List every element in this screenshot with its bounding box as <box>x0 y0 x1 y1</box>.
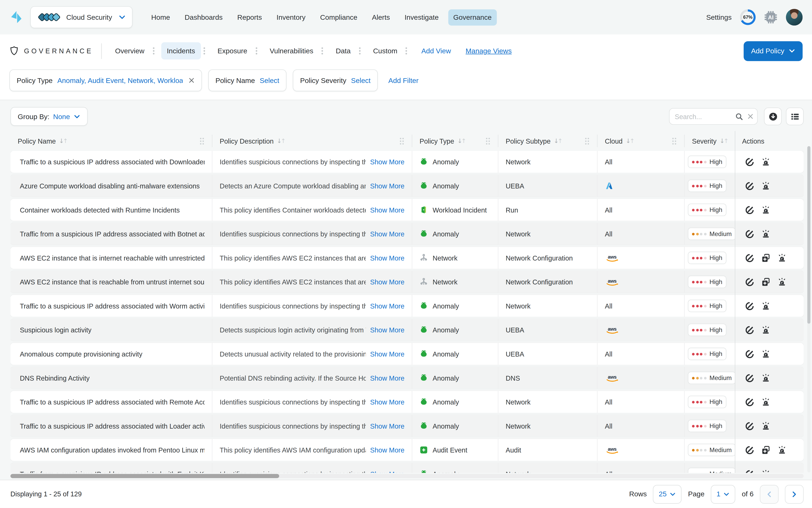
tab-menu-icon[interactable] <box>321 47 324 55</box>
show-more-link[interactable]: Show More <box>370 422 404 430</box>
show-more-link[interactable]: Show More <box>370 158 404 166</box>
tab-overview[interactable]: Overview <box>109 42 150 59</box>
download-button[interactable] <box>764 108 782 125</box>
policy-name-cell[interactable]: AWS EC2 instance that is internet reacha… <box>10 247 213 269</box>
clear-search-icon[interactable] <box>747 113 754 120</box>
show-more-link[interactable]: Show More <box>370 254 404 262</box>
disable-alarm-icon[interactable] <box>778 253 786 262</box>
edit-icon[interactable] <box>745 374 754 382</box>
tab-menu-icon[interactable] <box>152 47 155 55</box>
edit-icon[interactable] <box>745 181 754 190</box>
tab-menu-icon[interactable] <box>203 47 206 55</box>
show-more-link[interactable]: Show More <box>370 182 404 190</box>
nav-alerts[interactable]: Alerts <box>367 9 395 25</box>
policy-name-cell[interactable]: AWS EC2 instance that is reachable from … <box>10 271 213 293</box>
edit-icon[interactable] <box>745 301 754 310</box>
disable-alarm-icon[interactable] <box>761 349 770 358</box>
table-row[interactable]: Traffic to a suspicious IP address assoc… <box>10 391 804 413</box>
add-filter-link[interactable]: Add Filter <box>389 77 419 84</box>
edit-icon[interactable] <box>745 229 754 238</box>
table-row[interactable]: DNS Rebinding Activity Potential DNS reb… <box>10 367 804 389</box>
header-cloud[interactable]: Cloud ↓↑ <box>597 135 685 147</box>
avatar[interactable] <box>786 9 803 26</box>
tab-data[interactable]: Data <box>330 42 356 59</box>
drag-handle-icon[interactable] <box>585 137 590 145</box>
policy-name-cell[interactable]: DNS Rebinding Activity <box>10 367 213 389</box>
drag-handle-icon[interactable] <box>672 137 677 145</box>
policy-name-cell[interactable]: Traffic from a suspicious IP address ass… <box>10 223 213 245</box>
policy-name-cell[interactable]: Suspicious login activity <box>10 319 213 341</box>
filter-value[interactable]: Select <box>260 77 279 84</box>
policy-name-cell[interactable]: Container workloads detected with Runtim… <box>10 199 213 221</box>
edit-icon[interactable] <box>745 469 754 473</box>
clone-icon[interactable] <box>761 278 770 286</box>
filter-value[interactable]: Anomaly, Audit Event, Network, Workload … <box>57 77 182 84</box>
edit-icon[interactable] <box>745 253 754 262</box>
progress-ring[interactable]: 67% <box>740 9 756 25</box>
edit-icon[interactable] <box>745 446 754 455</box>
page-select[interactable]: 1 <box>711 485 735 503</box>
table-row[interactable]: Container workloads detected with Runtim… <box>10 199 804 221</box>
drag-handle-icon[interactable] <box>399 137 404 145</box>
edit-icon[interactable] <box>745 326 754 334</box>
previous-page-button[interactable] <box>760 485 779 503</box>
nav-compliance[interactable]: Compliance <box>315 9 363 25</box>
policy-name-cell[interactable]: Traffic to a suspicious IP address assoc… <box>10 415 213 437</box>
remove-filter-icon[interactable] <box>188 77 194 84</box>
add-view-link[interactable]: Add View <box>421 47 451 55</box>
manage-views-link[interactable]: Manage Views <box>466 47 512 55</box>
table-row[interactable]: Suspicious login activity Detects suspic… <box>10 319 804 341</box>
clone-icon[interactable] <box>761 446 770 455</box>
header-policy-subtype[interactable]: Policy Subtype ↓↑ <box>498 135 597 147</box>
vertical-scrollbar[interactable] <box>807 146 810 472</box>
tab-vulnerabilities[interactable]: Vulnerabilities <box>264 42 319 59</box>
search-icon[interactable] <box>735 113 743 121</box>
table-row[interactable]: Traffic to a suspicious IP address assoc… <box>10 151 804 173</box>
filter-value[interactable]: Select <box>351 77 371 84</box>
disable-alarm-icon[interactable] <box>761 158 770 166</box>
show-more-link[interactable]: Show More <box>370 398 404 406</box>
edit-icon[interactable] <box>745 422 754 430</box>
policy-name-cell[interactable]: Traffic to a suspicious IP address assoc… <box>10 151 213 173</box>
sort-icon[interactable]: ↓↑ <box>720 137 727 144</box>
show-more-link[interactable]: Show More <box>370 374 404 382</box>
sort-icon[interactable]: ↓↑ <box>554 137 561 144</box>
disable-alarm-icon[interactable] <box>761 181 770 190</box>
policy-name-cell[interactable]: Traffic from a suspicious IP address ass… <box>10 463 213 473</box>
table-row[interactable]: AWS IAM configuration updates invoked fr… <box>10 439 804 461</box>
edit-icon[interactable] <box>745 205 754 214</box>
edit-icon[interactable] <box>745 278 754 286</box>
show-more-link[interactable]: Show More <box>370 278 404 286</box>
disable-alarm-icon[interactable] <box>761 301 770 310</box>
sort-icon[interactable]: ↓↑ <box>626 137 634 144</box>
header-policy-type[interactable]: Policy Type ↓↑ <box>412 135 498 147</box>
edit-icon[interactable] <box>745 349 754 358</box>
column-settings-button[interactable] <box>786 108 804 125</box>
filter-chip-policy-type[interactable]: Policy TypeAnomaly, Audit Event, Network… <box>9 69 202 91</box>
header-severity[interactable]: Severity ↓↑ <box>685 135 735 147</box>
sort-icon[interactable]: ↓↑ <box>59 137 67 144</box>
policy-name-cell[interactable]: Anomalous compute provisioning activity <box>10 343 213 365</box>
nav-home[interactable]: Home <box>146 9 175 25</box>
next-page-button[interactable] <box>785 485 804 503</box>
table-row[interactable]: AWS EC2 instance that is internet reacha… <box>10 247 804 269</box>
tab-menu-icon[interactable] <box>405 47 408 55</box>
show-more-link[interactable]: Show More <box>370 350 404 358</box>
nav-governance[interactable]: Governance <box>448 9 497 25</box>
vertical-scrollbar-thumb[interactable] <box>807 146 810 324</box>
disable-alarm-icon[interactable] <box>761 205 770 214</box>
disable-alarm-icon[interactable] <box>761 374 770 382</box>
tab-custom[interactable]: Custom <box>367 42 403 59</box>
table-row[interactable]: Azure Compute workload disabling anti-ma… <box>10 175 804 197</box>
add-policy-button[interactable]: Add Policy <box>744 41 803 60</box>
header-policy-description[interactable]: Policy Description ↓↑ <box>213 135 412 147</box>
disable-alarm-icon[interactable] <box>778 278 786 286</box>
drag-handle-icon[interactable] <box>199 137 205 145</box>
show-more-link[interactable]: Show More <box>370 230 404 238</box>
disable-alarm-icon[interactable] <box>761 469 770 473</box>
show-more-link[interactable]: Show More <box>370 206 404 214</box>
table-row[interactable]: Traffic to a suspicious IP address assoc… <box>10 295 804 317</box>
horizontal-scrollbar[interactable] <box>10 474 804 478</box>
policy-name-cell[interactable]: AWS IAM configuration updates invoked fr… <box>10 439 213 461</box>
disable-alarm-icon[interactable] <box>761 326 770 334</box>
